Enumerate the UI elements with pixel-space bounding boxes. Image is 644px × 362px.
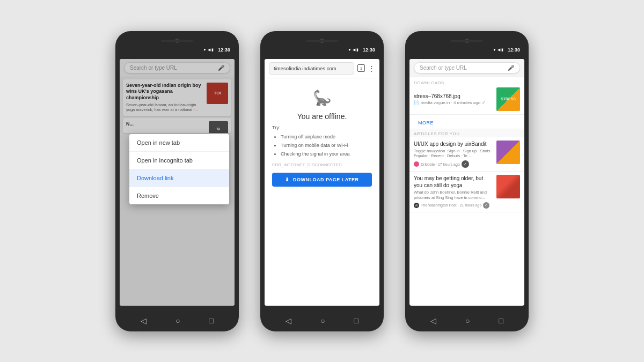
- bottom-nav-1: ◁ ○ □: [115, 313, 239, 328]
- article-card-1[interactable]: UI/UX app design by uixBandit Toggle nav…: [409, 137, 524, 172]
- search-input-3: Search or type URL: [420, 65, 504, 71]
- articles-label: Articles for you: [409, 129, 524, 137]
- article-thumb-1: [496, 141, 520, 164]
- download-item-1[interactable]: stress–768x768.jpg 📄 media.vogue.in · 4 …: [414, 87, 520, 111]
- download-thumb: STRESS: [496, 87, 520, 111]
- chrome-bar-3: Search or type URL 🎤: [409, 59, 524, 77]
- status-icons-2: ▼ ◀ ▮: [348, 48, 358, 52]
- download-source: media.vogue.in · 4 minutes ago: [421, 100, 480, 105]
- recent-btn-3[interactable]: □: [499, 316, 503, 325]
- url-box-3[interactable]: Search or type URL 🎤: [414, 62, 520, 73]
- check-verified-2: ✓: [483, 202, 489, 209]
- battery-icon-3: ▮: [501, 48, 503, 52]
- articles-section: Articles for you UI/UX app design by uix…: [409, 129, 524, 306]
- wifi-icon-3: ◀: [497, 48, 500, 52]
- offline-try: Try:: [272, 125, 280, 130]
- downloads-label: Downloads: [414, 80, 520, 85]
- downloads-section: Downloads stress–768x768.jpg 📄 media.vog…: [409, 77, 524, 115]
- status-time-1: 12:30: [218, 47, 230, 53]
- mic-icon-3: 🎤: [508, 65, 514, 71]
- source-text-1: Dribbble · 17 hours ago: [421, 162, 460, 166]
- phone-2: ▼ ◀ ▮ 12:30 timesofindia.indiatimes.com …: [260, 31, 384, 331]
- menu-item-download-link[interactable]: Download link: [129, 169, 229, 187]
- dino-icon: 🦕: [313, 89, 332, 107]
- recent-btn-2[interactable]: □: [354, 316, 358, 325]
- recent-btn-1[interactable]: □: [209, 316, 214, 325]
- check-circle-1: ✓: [462, 160, 469, 168]
- verified-icon: ✓: [482, 100, 486, 105]
- download-info-1: stress–768x768.jpg 📄 media.vogue.in · 4 …: [414, 93, 492, 105]
- menu-item-open-new-tab[interactable]: Open in new tab: [129, 134, 229, 152]
- article-info-2: You may be getting older, but you can st…: [414, 175, 493, 209]
- article-desc-2: What do John Boehner, Bonnie Raitt and p…: [414, 190, 493, 201]
- bottom-nav-3: ◁ ○ □: [405, 313, 529, 328]
- wp-logo: W: [414, 203, 419, 208]
- offline-suggestion-3: Checking the signal in your area: [281, 150, 372, 158]
- article-desc-1: Toggle navigation. Sign in · Sign up · S…: [414, 149, 493, 159]
- dribbble-logo: [414, 161, 419, 167]
- download-filename: stress–768x768.jpg: [414, 93, 492, 99]
- menu-item-remove[interactable]: Remove: [129, 187, 229, 204]
- phone3-screen: Search or type URL 🎤 Downloads stress–76…: [409, 59, 524, 306]
- battery-icon-2: ▮: [356, 48, 358, 52]
- phone2-screen: timesofindia.indiatimes.com 1 ⋮ 🦕 You ar…: [265, 59, 379, 306]
- status-time-3: 12:30: [508, 47, 520, 53]
- signal-icon-2: ▼: [348, 48, 352, 51]
- article-title-1: UI/UX app design by uixBandit: [414, 141, 493, 147]
- phone-3: ▼ ◀ ▮ 12:30 Search or type URL 🎤 Downloa…: [405, 31, 529, 331]
- article-title-2: You may be getting older, but you can st…: [414, 175, 493, 189]
- status-bar-1: ▼ ◀ ▮ 12:30: [121, 47, 233, 53]
- wifi-icon: ◀: [208, 48, 210, 52]
- download-icon-btn: ⬇: [285, 177, 290, 182]
- status-bar-2: ▼ ◀ ▮ 12:30: [266, 47, 378, 53]
- signal-icon: ▼: [203, 48, 207, 51]
- download-page-later-btn[interactable]: ⬇ DOWNLOAD PAGE LATER: [272, 173, 372, 187]
- tab-icon[interactable]: 1: [357, 64, 365, 72]
- thumb-text: STRESS: [501, 97, 516, 101]
- status-icons-3: ▼ ◀ ▮: [493, 48, 503, 52]
- file-icon: 📄: [414, 100, 419, 105]
- more-section: MORE: [409, 115, 524, 129]
- home-btn-1[interactable]: ○: [175, 316, 180, 325]
- news-feed-1: Seven-year-old Indian origin boy wins UK…: [120, 77, 235, 306]
- bottom-nav-2: ◁ ○ □: [260, 313, 384, 328]
- home-btn-3[interactable]: ○: [465, 316, 470, 325]
- back-btn-2[interactable]: ◁: [286, 316, 291, 325]
- error-code: ERR_INTERNET_DISCONNECTED: [272, 162, 342, 167]
- article-card-2[interactable]: You may be getting older, but you can st…: [409, 172, 524, 212]
- article-source-2: W The Washington Post · 21 hours ago ✓: [414, 202, 493, 209]
- status-icons-1: ▼ ◀ ▮: [203, 48, 214, 52]
- back-btn-3[interactable]: ◁: [430, 316, 436, 325]
- download-btn-label: DOWNLOAD PAGE LATER: [293, 177, 359, 182]
- offline-title: You are offline.: [297, 112, 347, 121]
- article-info-1: UI/UX app design by uixBandit Toggle nav…: [414, 141, 493, 168]
- phone-1: ▼ ◀ ▮ 12:30 Search or type URL 🎤 Seven-y…: [115, 31, 239, 331]
- status-time-2: 12:30: [363, 47, 375, 53]
- source-text-2: The Washington Post · 21 hours ago: [421, 203, 481, 207]
- download-meta: 📄 media.vogue.in · 4 minutes ago ✓: [414, 100, 492, 105]
- home-btn-2[interactable]: ○: [320, 316, 325, 325]
- context-menu: Open in new tab Open in incognito tab Do…: [129, 134, 229, 204]
- status-bar-3: ▼ ◀ ▮ 12:30: [411, 47, 523, 53]
- phone1-screen: Search or type URL 🎤 Seven-year-old Indi…: [120, 59, 235, 306]
- battery-icon: ▮: [211, 48, 214, 52]
- offline-suggestion-2: Turning on mobile data or Wi-Fi: [281, 141, 372, 150]
- menu-dots[interactable]: ⋮: [368, 64, 375, 72]
- offline-list: Turning off airplane mode Turning on mob…: [272, 132, 372, 159]
- offline-suggestion-1: Turning off airplane mode: [281, 132, 372, 141]
- url-domain: timesofindia.indiatimes.com: [274, 65, 349, 71]
- back-btn-1[interactable]: ◁: [141, 316, 147, 325]
- signal-icon-3: ▼: [493, 48, 496, 51]
- chrome-bar-2: timesofindia.indiatimes.com 1 ⋮: [265, 59, 379, 78]
- offline-content: 🦕 You are offline. Try: Turning off airp…: [265, 78, 379, 306]
- article-thumb-2: [496, 175, 520, 198]
- more-btn[interactable]: MORE: [414, 117, 438, 129]
- url-box-2[interactable]: timesofindia.indiatimes.com: [269, 62, 354, 75]
- wifi-icon-2: ◀: [353, 48, 355, 52]
- menu-item-incognito[interactable]: Open in incognito tab: [129, 152, 229, 169]
- article-source-1: Dribbble · 17 hours ago ✓: [414, 160, 493, 168]
